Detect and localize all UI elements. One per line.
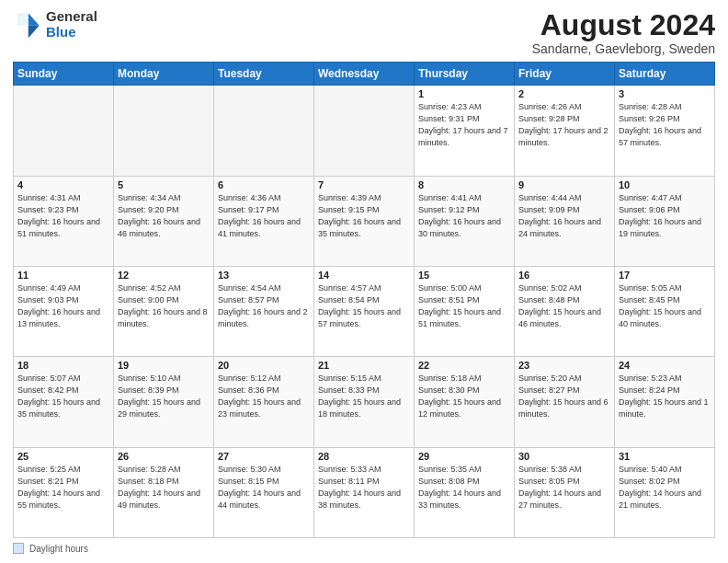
day-number: 28 — [318, 451, 410, 462]
day-number: 27 — [218, 451, 310, 462]
legend-label: Daylight hours — [29, 544, 88, 554]
calendar-cell — [14, 86, 114, 176]
day-info: Sunrise: 4:28 AM Sunset: 9:26 PM Dayligh… — [619, 101, 711, 149]
day-number: 16 — [518, 270, 610, 281]
svg-marker-0 — [28, 13, 40, 25]
day-info: Sunrise: 4:36 AM Sunset: 9:17 PM Dayligh… — [218, 192, 310, 240]
day-info: Sunrise: 5:18 AM Sunset: 8:30 PM Dayligh… — [418, 373, 510, 420]
day-number: 12 — [118, 270, 210, 281]
title-block: August 2024 Sandarne, Gaevleborg, Sweden — [532, 9, 715, 56]
calendar-cell: 20Sunrise: 5:12 AM Sunset: 8:36 PM Dayli… — [214, 357, 314, 447]
weekday-header-tuesday: Tuesday — [214, 63, 314, 86]
day-number: 6 — [218, 179, 310, 190]
day-number: 3 — [619, 88, 711, 99]
weekday-header-friday: Friday — [515, 63, 615, 86]
day-number: 2 — [518, 88, 610, 99]
day-info: Sunrise: 4:54 AM Sunset: 8:57 PM Dayligh… — [218, 282, 310, 330]
subtitle: Sandarne, Gaevleborg, Sweden — [532, 41, 715, 56]
calendar-cell: 19Sunrise: 5:10 AM Sunset: 8:39 PM Dayli… — [114, 357, 214, 447]
logo: General Blue — [13, 9, 97, 40]
day-info: Sunrise: 4:31 AM Sunset: 9:23 PM Dayligh… — [17, 192, 109, 240]
day-number: 31 — [619, 451, 711, 462]
calendar-cell: 4Sunrise: 4:31 AM Sunset: 9:23 PM Daylig… — [14, 176, 114, 266]
day-info: Sunrise: 5:07 AM Sunset: 8:42 PM Dayligh… — [17, 373, 109, 420]
calendar-cell: 2Sunrise: 4:26 AM Sunset: 9:28 PM Daylig… — [515, 86, 615, 176]
calendar-cell: 9Sunrise: 4:44 AM Sunset: 9:09 PM Daylig… — [515, 176, 615, 266]
svg-marker-2 — [17, 13, 28, 25]
day-info: Sunrise: 4:41 AM Sunset: 9:12 PM Dayligh… — [418, 192, 510, 240]
day-number: 19 — [118, 360, 210, 371]
day-number: 15 — [418, 270, 510, 281]
calendar-cell: 22Sunrise: 5:18 AM Sunset: 8:30 PM Dayli… — [415, 357, 515, 447]
day-number: 17 — [619, 270, 711, 281]
svg-marker-1 — [28, 25, 40, 37]
day-info: Sunrise: 5:35 AM Sunset: 8:08 PM Dayligh… — [418, 464, 510, 511]
calendar-cell: 17Sunrise: 5:05 AM Sunset: 8:45 PM Dayli… — [615, 266, 715, 356]
calendar-cell: 31Sunrise: 5:40 AM Sunset: 8:02 PM Dayli… — [615, 447, 715, 537]
day-info: Sunrise: 5:23 AM Sunset: 8:24 PM Dayligh… — [619, 373, 711, 420]
day-number: 20 — [218, 360, 310, 371]
day-number: 10 — [619, 179, 711, 190]
day-info: Sunrise: 5:30 AM Sunset: 8:15 PM Dayligh… — [218, 464, 310, 511]
day-number: 26 — [118, 451, 210, 462]
day-info: Sunrise: 5:15 AM Sunset: 8:33 PM Dayligh… — [318, 373, 410, 420]
calendar-week-row: 18Sunrise: 5:07 AM Sunset: 8:42 PM Dayli… — [14, 357, 715, 447]
calendar-cell — [314, 86, 415, 176]
calendar-cell: 28Sunrise: 5:33 AM Sunset: 8:11 PM Dayli… — [314, 447, 415, 537]
calendar-cell: 3Sunrise: 4:28 AM Sunset: 9:26 PM Daylig… — [615, 86, 715, 176]
calendar-cell: 13Sunrise: 4:54 AM Sunset: 8:57 PM Dayli… — [214, 266, 314, 356]
day-number: 18 — [17, 360, 109, 371]
calendar-cell: 18Sunrise: 5:07 AM Sunset: 8:42 PM Dayli… — [14, 357, 114, 447]
calendar-cell: 24Sunrise: 5:23 AM Sunset: 8:24 PM Dayli… — [615, 357, 715, 447]
day-number: 21 — [318, 360, 410, 371]
weekday-header-row: SundayMondayTuesdayWednesdayThursdayFrid… — [14, 63, 715, 86]
calendar-week-row: 11Sunrise: 4:49 AM Sunset: 9:03 PM Dayli… — [14, 266, 715, 356]
day-info: Sunrise: 5:38 AM Sunset: 8:05 PM Dayligh… — [518, 464, 610, 511]
calendar-cell: 14Sunrise: 4:57 AM Sunset: 8:54 PM Dayli… — [314, 266, 415, 356]
calendar-cell: 29Sunrise: 5:35 AM Sunset: 8:08 PM Dayli… — [415, 447, 515, 537]
logo-text: General Blue — [46, 9, 97, 40]
calendar-cell: 1Sunrise: 4:23 AM Sunset: 9:31 PM Daylig… — [415, 86, 515, 176]
calendar-cell: 16Sunrise: 5:02 AM Sunset: 8:48 PM Dayli… — [515, 266, 615, 356]
calendar-cell: 11Sunrise: 4:49 AM Sunset: 9:03 PM Dayli… — [14, 266, 114, 356]
calendar-cell: 25Sunrise: 5:25 AM Sunset: 8:21 PM Dayli… — [14, 447, 114, 537]
logo-blue-text: Blue — [46, 25, 97, 40]
calendar-week-row: 25Sunrise: 5:25 AM Sunset: 8:21 PM Dayli… — [14, 447, 715, 537]
weekday-header-thursday: Thursday — [415, 63, 515, 86]
calendar-week-row: 4Sunrise: 4:31 AM Sunset: 9:23 PM Daylig… — [14, 176, 715, 266]
main-title: August 2024 — [532, 9, 715, 41]
day-number: 7 — [318, 179, 410, 190]
calendar-cell — [114, 86, 214, 176]
legend-box — [13, 543, 24, 554]
day-number: 8 — [418, 179, 510, 190]
day-info: Sunrise: 4:52 AM Sunset: 9:00 PM Dayligh… — [118, 282, 210, 330]
day-info: Sunrise: 4:49 AM Sunset: 9:03 PM Dayligh… — [17, 282, 109, 330]
day-number: 5 — [118, 179, 210, 190]
weekday-header-sunday: Sunday — [14, 63, 114, 86]
day-info: Sunrise: 5:20 AM Sunset: 8:27 PM Dayligh… — [518, 373, 610, 420]
day-number: 13 — [218, 270, 310, 281]
calendar-table: SundayMondayTuesdayWednesdayThursdayFrid… — [13, 62, 715, 538]
day-info: Sunrise: 5:00 AM Sunset: 8:51 PM Dayligh… — [418, 282, 510, 330]
day-info: Sunrise: 5:02 AM Sunset: 8:48 PM Dayligh… — [518, 282, 610, 330]
day-info: Sunrise: 4:26 AM Sunset: 9:28 PM Dayligh… — [518, 101, 610, 149]
calendar-cell: 12Sunrise: 4:52 AM Sunset: 9:00 PM Dayli… — [114, 266, 214, 356]
day-info: Sunrise: 5:40 AM Sunset: 8:02 PM Dayligh… — [619, 464, 711, 511]
day-number: 9 — [518, 179, 610, 190]
day-number: 1 — [418, 88, 510, 99]
day-info: Sunrise: 4:34 AM Sunset: 9:20 PM Dayligh… — [118, 192, 210, 240]
logo-icon — [13, 10, 42, 40]
day-number: 11 — [17, 270, 109, 281]
day-info: Sunrise: 4:44 AM Sunset: 9:09 PM Dayligh… — [518, 192, 610, 240]
calendar-cell: 5Sunrise: 4:34 AM Sunset: 9:20 PM Daylig… — [114, 176, 214, 266]
calendar-cell: 26Sunrise: 5:28 AM Sunset: 8:18 PM Dayli… — [114, 447, 214, 537]
day-info: Sunrise: 5:28 AM Sunset: 8:18 PM Dayligh… — [118, 464, 210, 511]
day-info: Sunrise: 4:23 AM Sunset: 9:31 PM Dayligh… — [418, 101, 510, 149]
calendar-cell: 30Sunrise: 5:38 AM Sunset: 8:05 PM Dayli… — [515, 447, 615, 537]
day-info: Sunrise: 5:25 AM Sunset: 8:21 PM Dayligh… — [17, 464, 109, 511]
calendar-cell: 21Sunrise: 5:15 AM Sunset: 8:33 PM Dayli… — [314, 357, 415, 447]
day-number: 23 — [518, 360, 610, 371]
header: General Blue August 2024 Sandarne, Gaevl… — [13, 9, 715, 56]
day-info: Sunrise: 4:47 AM Sunset: 9:06 PM Dayligh… — [619, 192, 711, 240]
day-number: 25 — [17, 451, 109, 462]
